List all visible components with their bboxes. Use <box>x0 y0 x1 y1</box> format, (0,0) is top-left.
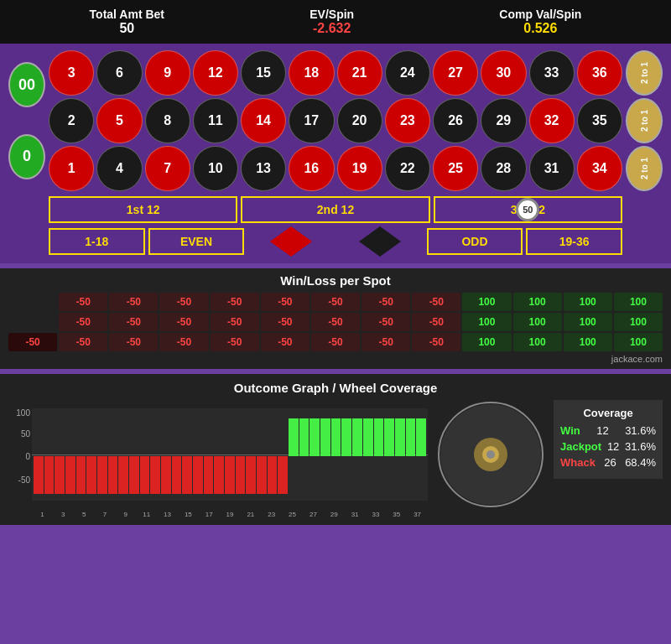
number-grid: 3691215182124273033362581114172023262932… <box>49 50 622 191</box>
number-35[interactable]: 35 <box>577 98 622 143</box>
number-15[interactable]: 15 <box>241 50 286 96</box>
number-13[interactable]: 13 <box>241 146 286 191</box>
x-label-7: 7 <box>95 511 116 518</box>
x-label-11: 11 <box>136 511 157 518</box>
coverage-jackpot-pct: 31.6% <box>625 440 656 453</box>
x-label-21: 21 <box>240 511 261 518</box>
one-to-eighteen-button[interactable]: 1-18 <box>49 228 145 255</box>
number-21[interactable]: 21 <box>337 50 382 96</box>
outside-row: 1-18 EVEN ODD 19-36 <box>8 226 663 257</box>
number-31[interactable]: 31 <box>529 146 575 191</box>
number-29[interactable]: 29 <box>481 98 526 143</box>
number-33[interactable]: 33 <box>529 50 575 96</box>
red-diamond[interactable] <box>247 226 334 257</box>
y-label-100: 100 <box>16 408 30 418</box>
double-zero[interactable]: 00 <box>8 62 45 107</box>
number-1[interactable]: 1 <box>49 146 94 191</box>
number-36[interactable]: 36 <box>577 50 622 96</box>
two-to-one-bot[interactable]: 2 to 1 <box>626 146 663 191</box>
even-button[interactable]: EVEN <box>148 228 245 255</box>
coverage-table: Coverage Win 12 31.6% Jackpot 12 31.6% W… <box>554 400 663 479</box>
two-to-one-mid[interactable]: 2 to 1 <box>626 98 663 143</box>
wl-cell-2-6: -50 <box>311 333 360 351</box>
two-to-one-top[interactable]: 2 to 1 <box>626 50 663 96</box>
number-26[interactable]: 26 <box>433 98 478 143</box>
number-23[interactable]: 23 <box>385 98 430 143</box>
number-20[interactable]: 20 <box>337 98 382 143</box>
coverage-whack-row: Whack 26 68.4% <box>560 456 656 469</box>
number-27[interactable]: 27 <box>433 50 478 96</box>
bar-4 <box>65 410 75 499</box>
zeros-column: 00 0 <box>8 50 45 191</box>
wl-cell-2-5: -50 <box>261 333 309 351</box>
two-to-one-column: 2 to 1 2 to 1 2 to 1 <box>626 50 663 191</box>
number-5[interactable]: 5 <box>96 98 142 143</box>
number-34[interactable]: 34 <box>577 146 622 191</box>
second-dozen-button[interactable]: 2nd 12 <box>241 196 429 223</box>
comp-val-col: Comp Val/Spin 0.526 <box>499 8 581 36</box>
ev-spin-col: EV/Spin -2.632 <box>309 8 354 36</box>
wl-cell-1-7: -50 <box>362 313 410 331</box>
coverage-jackpot-count: 12 <box>607 440 619 453</box>
third-dozen-button[interactable]: 3rd 12 50 <box>434 196 622 223</box>
wl-cell-0-9: 100 <box>462 293 511 311</box>
wl-cell-2-2: -50 <box>109 333 158 351</box>
bar-21 <box>246 410 256 499</box>
number-25[interactable]: 25 <box>433 146 478 191</box>
table-area: 00 0 36912151821242730333625811141720232… <box>8 50 663 191</box>
number-4[interactable]: 4 <box>96 146 142 191</box>
wl-cell-0-6: -50 <box>311 293 360 311</box>
coverage-whack-count: 26 <box>604 456 616 469</box>
number-10[interactable]: 10 <box>193 146 238 191</box>
number-11[interactable]: 11 <box>193 98 238 143</box>
number-7[interactable]: 7 <box>145 146 190 191</box>
number-8[interactable]: 8 <box>145 98 190 143</box>
wl-cell-0-4: -50 <box>211 293 259 311</box>
number-24[interactable]: 24 <box>385 50 430 96</box>
number-28[interactable]: 28 <box>481 146 526 191</box>
number-22[interactable]: 22 <box>385 146 430 191</box>
x-label-25: 25 <box>282 511 303 518</box>
wl-cell-1-9: 100 <box>462 313 511 331</box>
x-label-9: 9 <box>115 511 136 518</box>
coverage-win-pct: 31.6% <box>625 424 656 437</box>
x-label-17: 17 <box>199 511 220 518</box>
number-19[interactable]: 19 <box>337 146 382 191</box>
single-zero[interactable]: 0 <box>8 134 45 179</box>
number-3[interactable]: 3 <box>49 50 94 96</box>
comp-val-value: 0.526 <box>499 21 581 36</box>
wl-cell-1-1: -50 <box>59 313 107 331</box>
number-2[interactable]: 2 <box>49 98 94 143</box>
x-label-33: 33 <box>366 511 387 518</box>
coverage-win-row: Win 12 31.6% <box>560 424 656 437</box>
number-12[interactable]: 12 <box>193 50 238 96</box>
wl-cell-2-12: 100 <box>614 333 663 351</box>
number-32[interactable]: 32 <box>529 98 575 143</box>
number-6[interactable]: 6 <box>96 50 142 96</box>
number-14[interactable]: 14 <box>241 98 286 143</box>
bar-15 <box>182 410 192 499</box>
bar-31 <box>352 410 362 499</box>
odd-button[interactable]: ODD <box>427 228 523 255</box>
bar-11 <box>140 410 150 499</box>
bar-10 <box>129 410 139 499</box>
number-16[interactable]: 16 <box>289 146 334 191</box>
wl-cell-2-1: -50 <box>59 333 107 351</box>
number-18[interactable]: 18 <box>289 50 334 96</box>
x-label-37: 37 <box>407 511 428 518</box>
roulette-wheel-svg <box>436 400 545 509</box>
bar-17 <box>204 410 214 499</box>
nineteen-to-thirtysix-button[interactable]: 19-36 <box>526 228 622 255</box>
y-label-neg50: -50 <box>18 475 30 485</box>
wl-cell-0-12: 100 <box>614 293 663 311</box>
bar-23 <box>268 410 278 499</box>
number-17[interactable]: 17 <box>289 98 334 143</box>
x-label-31: 31 <box>345 511 366 518</box>
y-label-0: 0 <box>25 452 30 461</box>
first-dozen-button[interactable]: 1st 12 <box>49 196 237 223</box>
black-diamond[interactable] <box>337 226 424 257</box>
number-30[interactable]: 30 <box>481 50 526 96</box>
number-9[interactable]: 9 <box>145 50 190 96</box>
x-label-3: 3 <box>53 511 74 518</box>
wl-cell-0-3: -50 <box>159 293 208 311</box>
